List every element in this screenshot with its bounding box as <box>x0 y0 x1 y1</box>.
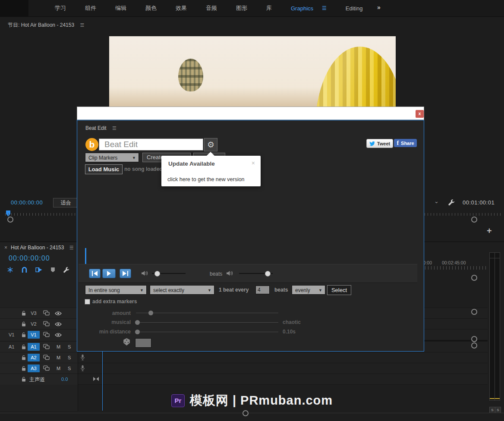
zoom-scroll-handle[interactable] <box>471 275 477 281</box>
workspace-tab-graphics-active[interactable]: Graphics <box>291 5 313 12</box>
scope-dropdown[interactable]: In entire song ▼ <box>85 285 147 295</box>
timeline-playhead-timecode[interactable]: 00:00:00:00 <box>9 254 50 262</box>
track-target-v3[interactable]: V3 <box>28 309 40 317</box>
track-target-v1[interactable]: V1 <box>28 331 40 339</box>
load-music-button[interactable]: Load Music <box>85 164 123 174</box>
track-height-handle[interactable] <box>471 336 477 342</box>
musical-knob[interactable] <box>135 320 140 325</box>
lock-icon[interactable] <box>21 321 26 327</box>
lock-icon[interactable] <box>21 355 26 361</box>
random-dice-icon[interactable] <box>123 338 131 346</box>
timeline-panel-menu-icon[interactable]: ☰ <box>69 245 74 250</box>
workspace-tab-effects[interactable]: 效果 <box>176 4 187 12</box>
master-gain-value[interactable]: 0.0 <box>61 377 68 382</box>
track-target-a2[interactable]: A2 <box>28 354 40 361</box>
window-close-button[interactable]: x <box>416 110 424 118</box>
linked-selection-icon[interactable] <box>35 267 43 273</box>
skip-to-end-button[interactable] <box>120 269 131 278</box>
marker-type-dropdown[interactable]: Clip Markers ▼ <box>85 153 139 162</box>
voiceover-record-mic-icon[interactable] <box>80 365 85 371</box>
window-titlebar[interactable]: x <box>77 107 424 120</box>
musical-slider[interactable] <box>136 322 278 323</box>
play-button[interactable] <box>102 269 116 278</box>
song-title-input[interactable]: Beat Edit <box>99 138 203 151</box>
program-panel-menu-icon[interactable]: ☰ <box>80 22 84 28</box>
program-scroll-handle-right[interactable] <box>471 217 477 223</box>
program-current-timecode[interactable]: 00:00:00:00 <box>11 199 43 206</box>
mute-track-button[interactable]: M <box>57 344 60 349</box>
toggle-track-output-eye-icon[interactable] <box>55 322 62 327</box>
lock-icon[interactable] <box>21 366 26 371</box>
solo-track-button[interactable]: S <box>68 344 71 349</box>
track-target-v2[interactable]: V2 <box>28 320 40 328</box>
add-button-editor-icon[interactable]: + <box>487 226 492 236</box>
tweet-button[interactable]: Tweet <box>366 139 393 148</box>
workspace-tab-color[interactable]: 颜色 <box>145 4 157 12</box>
lock-icon[interactable] <box>21 332 26 338</box>
sync-lock-icon[interactable] <box>43 365 50 371</box>
waveform-playhead[interactable] <box>85 248 86 264</box>
program-zoom-select[interactable]: 适合 <box>53 198 79 207</box>
track-height-handle[interactable] <box>471 342 477 349</box>
workspace-tab-libraries[interactable]: 库 <box>266 4 272 12</box>
horizontal-scroll-handle[interactable] <box>243 410 249 416</box>
solo-track-button[interactable]: S <box>68 366 71 371</box>
horizontal-scrollbar-track[interactable] <box>0 413 504 413</box>
workspace-tab-editing-en[interactable]: Editing <box>346 5 363 12</box>
min-distance-knob[interactable] <box>135 330 140 334</box>
mute-track-button[interactable]: M <box>57 366 60 371</box>
nest-toggle-icon[interactable] <box>7 267 13 273</box>
beat-edit-panel-tab[interactable]: Beat Edit ☰ <box>85 125 117 131</box>
selection-mode-dropdown[interactable]: select exactly ▼ <box>150 285 214 295</box>
toggle-track-output-eye-icon[interactable] <box>55 311 62 316</box>
program-settings-wrench-icon[interactable] <box>448 199 455 206</box>
mute-track-button[interactable]: M <box>57 355 60 360</box>
timeline-settings-wrench-icon[interactable] <box>63 267 69 273</box>
program-ruler-right[interactable] <box>425 213 503 216</box>
solo-track-button[interactable]: S <box>68 355 71 360</box>
track-target-a3[interactable]: A3 <box>28 364 40 372</box>
beats-volume-speaker-icon[interactable] <box>226 270 233 276</box>
song-volume-speaker-icon[interactable] <box>141 270 148 276</box>
toggle-track-output-eye-icon[interactable] <box>55 333 62 337</box>
sync-lock-icon[interactable] <box>43 344 50 349</box>
source-patch-v1[interactable]: V1 <box>9 332 14 337</box>
workspace-tab-learn[interactable]: 学习 <box>55 4 66 12</box>
workspace-menu-icon[interactable]: ☰ <box>322 5 327 11</box>
workspace-tab-assembly[interactable]: 组件 <box>85 4 96 12</box>
sync-lock-icon[interactable] <box>43 321 50 327</box>
popup-close-icon[interactable]: × <box>252 160 255 167</box>
workspace-tab-editing-cn[interactable]: 编辑 <box>115 4 126 12</box>
voiceover-record-mic-icon[interactable] <box>80 354 85 361</box>
sync-lock-icon[interactable] <box>43 310 50 316</box>
update-link[interactable]: click here to get the new version <box>167 176 245 182</box>
panel-menu-icon[interactable]: ☰ <box>112 126 117 131</box>
timeline-ruler[interactable] <box>425 266 488 270</box>
amount-knob[interactable] <box>148 311 153 315</box>
source-patch-a1[interactable]: A1 <box>9 344 14 349</box>
lock-icon[interactable] <box>21 377 26 382</box>
skip-to-start-button[interactable] <box>89 269 101 278</box>
workspace-overflow-icon[interactable]: » <box>377 4 381 11</box>
beat-every-input[interactable]: 4 <box>255 286 270 294</box>
lock-icon[interactable] <box>21 311 26 316</box>
select-beats-button[interactable]: Select <box>327 285 351 295</box>
program-ruler-left[interactable] <box>5 213 78 216</box>
sync-lock-icon[interactable] <box>43 332 50 337</box>
workspace-tab-audio[interactable]: 音频 <box>206 4 217 12</box>
song-volume-knob[interactable] <box>154 271 160 276</box>
track-height-handle[interactable] <box>471 309 477 315</box>
add-extra-markers-checkbox[interactable] <box>85 299 90 305</box>
close-sequence-icon[interactable]: × <box>4 245 7 251</box>
beats-volume-knob[interactable] <box>265 271 271 276</box>
add-marker-icon[interactable] <box>50 267 55 273</box>
amount-slider[interactable] <box>136 313 278 313</box>
snap-magnet-icon[interactable] <box>21 267 28 273</box>
lock-icon[interactable] <box>21 344 26 350</box>
master-meter-bowtie-icon[interactable] <box>93 377 99 381</box>
facebook-share-button[interactable]: f Share <box>394 139 417 147</box>
random-seed-box[interactable] <box>135 338 151 348</box>
distribution-dropdown[interactable]: evenly ▼ <box>292 285 325 295</box>
sync-lock-icon[interactable] <box>43 355 50 360</box>
min-distance-slider[interactable] <box>136 332 278 332</box>
